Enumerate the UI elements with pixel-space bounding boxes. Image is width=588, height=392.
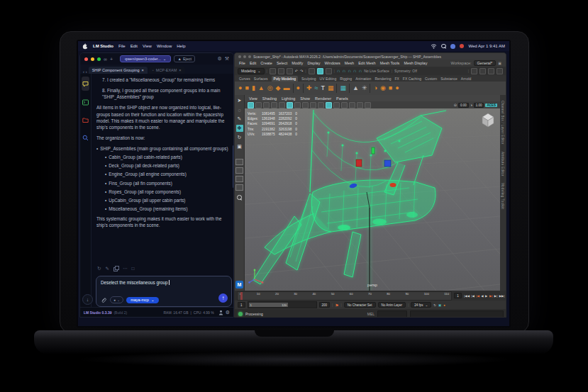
bridge-icon[interactable]: ◉ xyxy=(380,85,386,91)
snap-grid-icon[interactable]: ∩ xyxy=(337,69,340,74)
sidebar-item-discover[interactable] xyxy=(82,131,89,144)
multi-cut-icon[interactable]: ▦ xyxy=(340,85,346,91)
gamma-icon[interactable]: ◑ xyxy=(470,103,472,107)
select-tool-icon[interactable]: ➤ xyxy=(236,97,243,104)
smooth-icon[interactable]: ≈ xyxy=(315,85,318,91)
undo-icon[interactable]: ↶ xyxy=(295,69,298,73)
select-hierarchy-icon[interactable] xyxy=(309,68,315,74)
current-frame-field[interactable]: 1 xyxy=(454,293,462,298)
menubar-item-window[interactable]: Window xyxy=(157,44,172,48)
chat-transcript[interactable]: 7. I created a "Miscellaneous_Group" for… xyxy=(92,74,234,265)
play-backwards-button[interactable]: ◀ xyxy=(481,294,484,298)
snap-curve-icon[interactable]: ∩ xyxy=(343,69,346,74)
tab-mcp-exam[interactable]: ◦ MCP-EXAM × xyxy=(149,67,185,74)
maya-menu-display[interactable]: Display xyxy=(307,61,320,65)
shelf-tab-fx-caching[interactable]: FX Caching xyxy=(403,77,421,81)
colorspace-badge[interactable]: ACES xyxy=(485,103,497,107)
maya-menu-windows[interactable]: Windows xyxy=(324,61,340,65)
image-plane-icon[interactable] xyxy=(279,102,285,108)
recording-indicator-icon[interactable] xyxy=(460,44,464,48)
save-scene-icon[interactable] xyxy=(287,68,293,74)
move-tool-icon[interactable]: ✥ xyxy=(236,125,243,132)
snap-view-icon[interactable]: ∩ xyxy=(359,69,362,74)
close-tab-icon[interactable]: × xyxy=(142,68,144,72)
multisampling-icon[interactable] xyxy=(341,102,348,108)
use-all-lights-icon[interactable] xyxy=(310,102,316,108)
preferences-icon[interactable]: ● xyxy=(443,303,445,307)
settings-gear-icon[interactable]: ⚙ xyxy=(226,310,230,315)
panel-menu-renderer[interactable]: Renderer xyxy=(315,96,331,101)
layout-split-pane-button[interactable] xyxy=(235,176,243,182)
eject-model-button[interactable]: ▲ Eject xyxy=(174,55,195,62)
poly-sphere-icon[interactable]: ● xyxy=(238,85,242,91)
layout-outliner-button[interactable] xyxy=(235,184,243,191)
shelf-tab-fx[interactable]: FX xyxy=(394,77,399,81)
lasso-tool-icon[interactable]: ◌ xyxy=(236,106,243,113)
select-camera-icon[interactable] xyxy=(248,102,254,108)
model-toggle-pill[interactable]: ● ⌄ xyxy=(110,296,123,303)
viewport-canvas[interactable]: Verts:108149516372030 Edges:136194822820… xyxy=(245,108,500,291)
bookmark-icon[interactable] xyxy=(271,102,277,108)
more-icon[interactable]: ⋯ xyxy=(123,266,128,271)
panel-menu-lighting[interactable]: Lighting xyxy=(282,96,295,101)
shelf-tab-rigging[interactable]: Rigging xyxy=(340,77,352,81)
user-icon[interactable] xyxy=(450,44,455,49)
maximize-window-button[interactable] xyxy=(97,57,101,61)
symmetry-status[interactable]: Symmetry: Off xyxy=(394,69,417,73)
panel-menu-panels[interactable]: Panels xyxy=(336,96,348,101)
combine-icon[interactable]: ✚ xyxy=(306,85,312,91)
zoom-tool-icon[interactable] xyxy=(237,195,242,200)
animation-start-field[interactable]: 1 xyxy=(238,302,245,308)
menubar-item-help[interactable]: Help xyxy=(177,44,185,48)
boolean-icon[interactable]: ▦ xyxy=(328,85,334,91)
maya-m-badge-icon[interactable]: M xyxy=(235,281,243,289)
new-chat-icon[interactable]: + xyxy=(110,57,113,62)
quad-draw-icon[interactable]: ■ xyxy=(389,85,392,91)
layout-four-pane-button[interactable] xyxy=(235,167,243,174)
shadows-icon[interactable] xyxy=(318,102,324,108)
go-to-start-button[interactable]: |◀◀ xyxy=(464,294,470,298)
shelf-tab-rendering[interactable]: Rendering xyxy=(375,77,391,81)
panel-menu-shading[interactable]: Shading xyxy=(262,96,277,101)
settings-gear-icon[interactable]: ⚙ xyxy=(217,56,221,62)
step-back-frame-button[interactable]: |◀ xyxy=(471,294,475,298)
help-line[interactable] xyxy=(410,310,504,318)
shelf-tab-poly-modeling[interactable]: Poly Modeling xyxy=(272,76,298,82)
maya-menu-file[interactable]: File xyxy=(239,61,245,65)
animation-end-field[interactable]: 200 xyxy=(319,302,331,308)
text-tool-icon[interactable]: T xyxy=(321,85,325,91)
exposure-value[interactable]: 0.00 xyxy=(458,103,469,108)
xray-icon[interactable] xyxy=(365,102,371,108)
tab-ship-component-grouping[interactable]: SHIP Component Grouping × xyxy=(89,67,148,74)
depth-of-field-icon[interactable] xyxy=(349,102,355,108)
lock-camera-icon[interactable] xyxy=(255,102,262,108)
shelf-tab-sculpting[interactable]: Sculpting xyxy=(301,77,316,81)
extrude-icon[interactable]: ◑ xyxy=(373,85,377,91)
regenerate-icon[interactable]: ↻ xyxy=(97,266,101,271)
tab-channel-box[interactable]: Channel Box / Layer Editor xyxy=(501,101,504,145)
fps-dropdown[interactable]: 24 fps⌄ xyxy=(411,302,431,308)
set-key-icon[interactable]: ⚑ xyxy=(335,303,338,308)
shaded-icon[interactable] xyxy=(294,102,301,108)
shelf-tab-custom[interactable]: Custom xyxy=(425,77,437,81)
character-set-menu[interactable]: No Character Set xyxy=(344,302,376,308)
poly-disc-icon[interactable]: ▬ xyxy=(284,85,290,91)
panel-menu-show[interactable]: Show xyxy=(300,96,310,101)
wifi-icon[interactable] xyxy=(431,43,437,49)
close-window-button[interactable] xyxy=(238,55,241,58)
shelf-tab-substance[interactable]: Substance xyxy=(440,77,457,81)
view-cube[interactable] xyxy=(479,111,497,128)
layout-single-pane-button[interactable] xyxy=(235,159,243,165)
search-icon[interactable] xyxy=(441,44,446,49)
menuset-dropdown[interactable]: Modeling⌄ xyxy=(238,68,265,74)
mcp-integration-pill[interactable]: maya-mcp ⌄ xyxy=(126,297,158,303)
snap-point-icon[interactable]: ∩ xyxy=(348,69,351,74)
shelf-tab-arnold[interactable]: Arnold xyxy=(461,77,471,81)
paint-select-tool-icon[interactable]: ✎ xyxy=(236,116,243,123)
time-ruler[interactable]: 010 2030 4050 6070 8090 100110 xyxy=(237,291,452,301)
shelf-tab-animation[interactable]: Animation xyxy=(355,77,371,81)
hypershade-icon[interactable] xyxy=(497,68,503,74)
edit-icon[interactable]: ✎ xyxy=(105,266,109,271)
menubar-item-view[interactable]: View xyxy=(143,44,152,48)
render-settings-icon[interactable] xyxy=(488,68,494,74)
